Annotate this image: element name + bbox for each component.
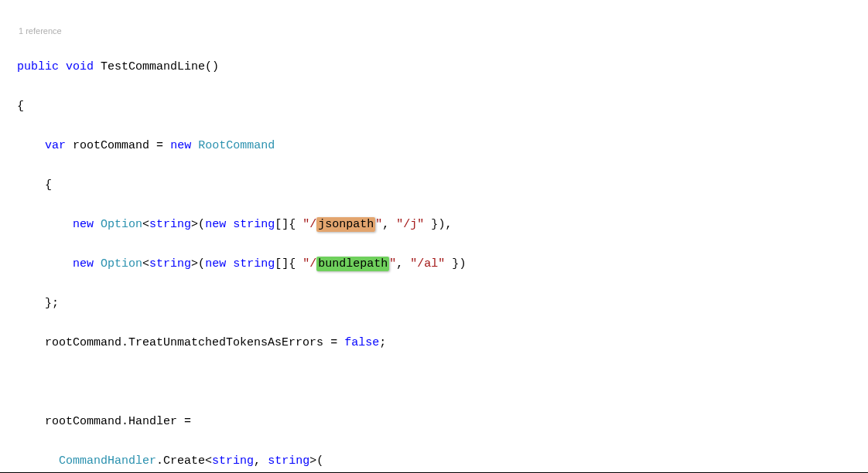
keyword-string: string <box>212 454 254 468</box>
brace-open: { <box>45 179 52 192</box>
keyword-var: var <box>45 139 66 152</box>
code-editor[interactable]: 1 reference public void TestCommandLine(… <box>0 0 868 473</box>
keyword-string: string <box>233 218 275 231</box>
paren: ( <box>198 257 205 271</box>
angle: < <box>142 257 149 271</box>
identifier: Handler <box>128 415 177 428</box>
string-literal: " <box>375 218 382 231</box>
string-literal: "/ <box>302 218 316 231</box>
keyword-string: string <box>268 454 309 468</box>
code-line[interactable]: new Option<string>(new string[]{ "/bundl… <box>17 254 868 274</box>
keyword-false: false <box>344 336 379 349</box>
code-line[interactable]: { <box>17 175 868 196</box>
keyword-void: void <box>66 60 94 73</box>
keyword-new: new <box>73 257 94 271</box>
code-line[interactable] <box>17 373 868 393</box>
brace-open: { <box>289 218 296 231</box>
identifier: rootCommand <box>45 336 121 349</box>
angle: < <box>205 454 212 468</box>
code-line[interactable]: { <box>17 97 868 117</box>
bracket: [] <box>275 218 289 231</box>
paren: ) <box>459 257 466 271</box>
code-line[interactable]: var rootCommand = new RootCommand <box>17 136 868 156</box>
string-text: /al <box>417 257 438 271</box>
bracket: [] <box>275 257 289 271</box>
dot: . <box>156 454 163 468</box>
keyword-string: string <box>233 257 275 271</box>
type-commandhandler: CommandHandler <box>59 454 156 468</box>
keyword-new: new <box>73 218 94 231</box>
code-line[interactable]: CommandHandler.Create<string, string>( <box>17 451 868 471</box>
type-rootcommand: RootCommand <box>198 139 275 152</box>
string-literal: " <box>389 257 396 271</box>
identifier: rootCommand <box>45 415 121 428</box>
code-line[interactable]: rootCommand.Handler = <box>17 412 868 432</box>
paren: ( <box>198 218 205 231</box>
angle: > <box>191 257 198 271</box>
identifier: rootCommand <box>73 139 149 152</box>
keyword-new: new <box>170 139 191 152</box>
string-literal: "/al" <box>410 257 445 271</box>
code-line[interactable]: public void TestCommandLine() <box>17 57 868 77</box>
string-literal: "/ <box>302 257 316 271</box>
paren: () <box>205 60 219 73</box>
code-line[interactable]: rootCommand.TreatUnmatchedTokensAsErrors… <box>17 333 868 353</box>
dot: . <box>121 415 128 428</box>
comma: , <box>254 454 261 468</box>
comma: , <box>382 218 389 231</box>
semicolon: ; <box>52 297 59 310</box>
op-eq: = <box>156 139 163 152</box>
brace-open: { <box>17 100 24 113</box>
highlight-jsonpath: jsonpath <box>316 217 375 232</box>
semicolon: ; <box>379 336 386 349</box>
code-line[interactable]: new Option<string>(new string[]{ "/jsonp… <box>17 215 868 235</box>
highlight-bundlepath: bundlepath <box>316 257 389 271</box>
keyword-new: new <box>205 257 226 271</box>
identifier: TreatUnmatchedTokensAsErrors <box>128 336 323 349</box>
op-eq: = <box>184 415 191 428</box>
identifier: Create <box>163 454 205 468</box>
string-literal: "/j" <box>396 218 424 231</box>
method-name: TestCommandLine <box>101 60 205 73</box>
code-line[interactable]: }; <box>17 294 868 314</box>
type-option: Option <box>101 218 142 231</box>
angle: < <box>142 218 149 231</box>
comma: , <box>396 257 403 271</box>
codelens-reference[interactable]: 1 reference <box>19 26 868 36</box>
keyword-string: string <box>149 218 191 231</box>
angle: > <box>191 218 198 231</box>
keyword-new: new <box>205 218 226 231</box>
paren: ( <box>316 454 323 468</box>
dot: . <box>121 336 128 349</box>
string-text: /j <box>403 218 417 231</box>
comma: , <box>445 218 452 231</box>
keyword-string: string <box>149 257 191 271</box>
brace-open: { <box>289 257 296 271</box>
op-eq: = <box>330 336 337 349</box>
angle: > <box>309 454 316 468</box>
brace-close: } <box>45 297 52 310</box>
keyword-public: public <box>17 60 59 73</box>
type-option: Option <box>101 257 142 271</box>
